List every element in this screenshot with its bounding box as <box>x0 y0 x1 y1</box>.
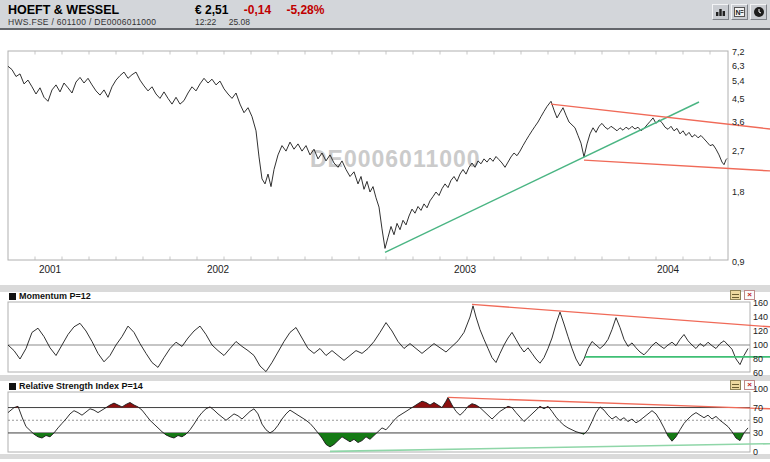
rsi-legend-label: Relative Strength Index P=14 <box>19 381 143 391</box>
news-icon: N <box>734 7 745 17</box>
rsi-close-button[interactable]: × <box>744 380 755 390</box>
svg-text:N: N <box>736 9 741 16</box>
news-button[interactable]: N <box>731 4 748 20</box>
momentum-plot[interactable] <box>8 302 750 372</box>
instrument-title: HOEFT & WESSEL <box>8 3 119 17</box>
momentum-legend: Momentum P=12 <box>9 291 91 301</box>
quote-date: 25.08 <box>229 17 250 27</box>
momentum-legend-swatch <box>9 293 16 300</box>
rsi-plot[interactable] <box>8 392 750 452</box>
rsi-legend: Relative Strength Index P=14 <box>9 381 143 391</box>
bar-chart-button[interactable] <box>712 4 729 20</box>
rsi-settings-button[interactable] <box>730 380 741 390</box>
momentum-close-button[interactable]: × <box>744 290 755 300</box>
main-chart-plot[interactable] <box>8 51 728 260</box>
clock-icon <box>753 6 765 18</box>
header: HOEFT & WESSEL HWS.FSE / 601100 / DE0006… <box>0 0 770 30</box>
momentum-legend-label: Momentum P=12 <box>19 291 91 301</box>
price-change: -0,14 <box>244 3 271 17</box>
bar-chart-icon <box>715 7 726 17</box>
last-price: € 2,51 <box>195 3 228 17</box>
quote-time: 12:22 <box>195 17 216 27</box>
header-toolbar: N <box>712 4 767 20</box>
clock-button[interactable] <box>750 4 767 20</box>
stock-chart-app: DE0006011000 7,26,35,44,53,62,71,80,9200… <box>0 0 770 462</box>
price-change-percent: -5,28% <box>286 3 324 17</box>
instrument-ids: HWS.FSE / 601100 / DE0006011000 <box>8 17 156 27</box>
rsi-legend-swatch <box>9 383 16 390</box>
momentum-settings-button[interactable] <box>730 290 741 300</box>
